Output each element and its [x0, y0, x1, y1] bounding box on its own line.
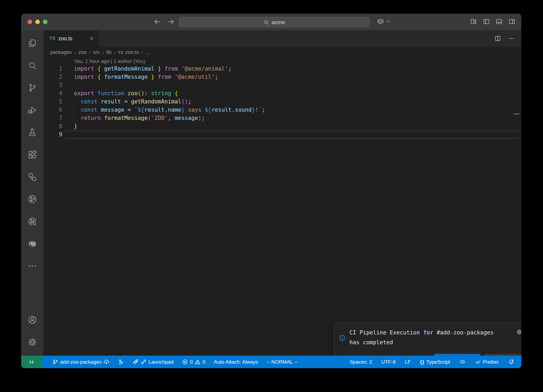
line-number: 6	[43, 106, 64, 114]
close-window-button[interactable]	[28, 20, 32, 24]
tab-zoo-ts[interactable]: TS zoo.ts	[43, 30, 99, 47]
activity-item-search[interactable]	[24, 57, 41, 74]
braces-icon: {}	[420, 359, 424, 365]
code-line-7[interactable]: 7 return formatMessage('ZOO', message);	[43, 114, 518, 122]
status-item-notifications-bell[interactable]	[508, 359, 514, 365]
notification-ci-pipeline: CI Pipeline Execution for #add-zoo-packa…	[333, 323, 521, 356]
status-problems-label: 0	[190, 359, 193, 365]
split-editor-button[interactable]	[494, 35, 501, 42]
status-item-problems[interactable]: 00	[182, 359, 205, 365]
close-tab-button[interactable]	[89, 36, 94, 41]
search-icon	[28, 61, 37, 70]
line-number: 7	[43, 114, 64, 122]
title-bar: acme	[21, 14, 521, 30]
breadcrumb: packages›zoo›src›lib›TSzoo.ts›…	[43, 47, 521, 58]
typescript-file-icon: TS	[118, 50, 123, 55]
status-item-auto-attach[interactable]: Auto Attach: Always	[214, 359, 258, 365]
code-line-3[interactable]: 3	[43, 81, 518, 89]
breadcrumb-label: packages	[50, 49, 72, 55]
breadcrumb-label: …	[145, 49, 150, 55]
warning-icon	[195, 359, 201, 365]
vscode-window: acme TS zoo.ts	[21, 14, 521, 368]
activity-item-git-circle[interactable]	[24, 190, 41, 208]
copilot-menu[interactable]	[376, 18, 391, 25]
status-item-language[interactable]: {}TypeScript	[420, 359, 450, 365]
toggle-secondary-sidebar-button[interactable]	[508, 18, 515, 25]
activity-item-edge-devtools[interactable]	[24, 235, 41, 252]
code-line-4[interactable]: 4export function zoo(): string {	[43, 89, 518, 98]
breadcrumb-item-2[interactable]: src	[93, 49, 100, 55]
activity-item-accounts[interactable]	[24, 311, 41, 329]
activity-item-testing[interactable]	[24, 124, 41, 141]
branch-icon	[52, 359, 58, 365]
minimize-window-button[interactable]	[35, 20, 40, 24]
copilot-icon	[376, 18, 384, 25]
info-icon	[339, 328, 346, 347]
status-item-vim-mode[interactable]: -- NORMAL --	[266, 359, 297, 365]
notification-settings-icon[interactable]	[516, 329, 521, 335]
breadcrumb-separator: ›	[74, 49, 76, 55]
code-line-5[interactable]: 5 const result = getRandomAnimal();	[43, 98, 518, 106]
view-commit-button[interactable]: View Commit	[434, 354, 480, 356]
status-item-indentation[interactable]: Spaces: 2	[350, 359, 372, 365]
breadcrumb-item-1[interactable]: zoo	[78, 49, 86, 55]
breadcrumb-item-4[interactable]: TSzoo.ts	[118, 49, 139, 55]
toggle-panel-button[interactable]	[496, 18, 503, 25]
ellipsis-icon	[28, 261, 37, 271]
editor[interactable]: You, 1 hour ago | 1 author (You) 1import…	[43, 58, 521, 356]
debug-icon	[28, 105, 37, 115]
overview-ruler-cursor	[513, 114, 520, 114]
source-control-icon	[28, 83, 37, 93]
command-center-search[interactable]: acme	[179, 17, 370, 27]
code-line-9[interactable]: 9	[43, 130, 518, 139]
activity-item-run-and-debug[interactable]	[24, 101, 41, 119]
status-bar: add-zoo-packagesLaunchpad00Auto Attach: …	[21, 356, 521, 368]
status-item-eol[interactable]: LF	[405, 359, 411, 365]
copilot-icon	[459, 359, 466, 365]
line-number: 4	[43, 89, 64, 98]
status-branch-label: add-zoo-packages	[60, 359, 102, 365]
line-number: 1	[43, 65, 64, 73]
chevron-down-icon	[386, 19, 391, 24]
circle-branch-search-icon	[28, 217, 37, 226]
activity-item-linked-projects[interactable]	[24, 168, 41, 186]
code-line-1[interactable]: 1import { getRandomAnimal } from '@acme/…	[43, 65, 518, 73]
activity-item-extensions[interactable]	[24, 146, 41, 163]
breadcrumb-item-3[interactable]: lib	[106, 49, 111, 55]
breadcrumb-label: lib	[106, 49, 111, 55]
status-item-launchpad[interactable]: Launchpad	[133, 359, 173, 365]
remote-indicator[interactable]	[21, 356, 42, 368]
forward-button[interactable]	[167, 18, 175, 26]
toggle-primary-sidebar-button[interactable]	[483, 18, 490, 25]
connect-icon	[141, 359, 147, 365]
breadcrumb-label: zoo.ts	[125, 49, 139, 55]
activity-item-git-circle-inspect[interactable]	[24, 213, 41, 230]
line-number: 9	[43, 130, 64, 139]
breadcrumb-item-0[interactable]: packages	[50, 49, 72, 55]
activity-item-explorer[interactable]	[24, 34, 41, 52]
status-item-copilot[interactable]	[459, 359, 466, 365]
status-item-formatter[interactable]: Prettier	[475, 359, 499, 365]
status-item-encoding[interactable]: UTF-8	[381, 359, 396, 365]
status-item-git-graph[interactable]	[118, 359, 124, 365]
code-line-6[interactable]: 6 const message = `${result.name} says $…	[43, 106, 518, 114]
customize-layout-button[interactable]	[470, 18, 477, 25]
more-actions-button[interactable]	[508, 35, 515, 42]
back-button[interactable]	[153, 18, 161, 26]
account-icon	[28, 315, 37, 325]
double-check-icon	[475, 359, 481, 365]
gear-icon	[28, 337, 37, 347]
status-auto-attach-label: Auto Attach: Always	[214, 359, 258, 365]
status-item-branch[interactable]: add-zoo-packages	[52, 359, 110, 365]
activity-item-source-control[interactable]	[24, 79, 41, 97]
activity-item-additional-views[interactable]	[24, 257, 41, 275]
activity-item-manage[interactable]	[24, 333, 41, 351]
breadcrumb-item-5[interactable]: …	[145, 49, 150, 55]
status-encoding-label: UTF-8	[381, 359, 396, 365]
code-line-2[interactable]: 2import { formatMessage } from '@acme/ut…	[43, 73, 518, 81]
maximize-window-button[interactable]	[43, 20, 47, 24]
extensions-icon	[28, 150, 37, 159]
view-results-button[interactable]: View Results	[484, 354, 522, 356]
window-controls	[28, 20, 47, 24]
code-line-8[interactable]: 8}	[43, 122, 518, 130]
